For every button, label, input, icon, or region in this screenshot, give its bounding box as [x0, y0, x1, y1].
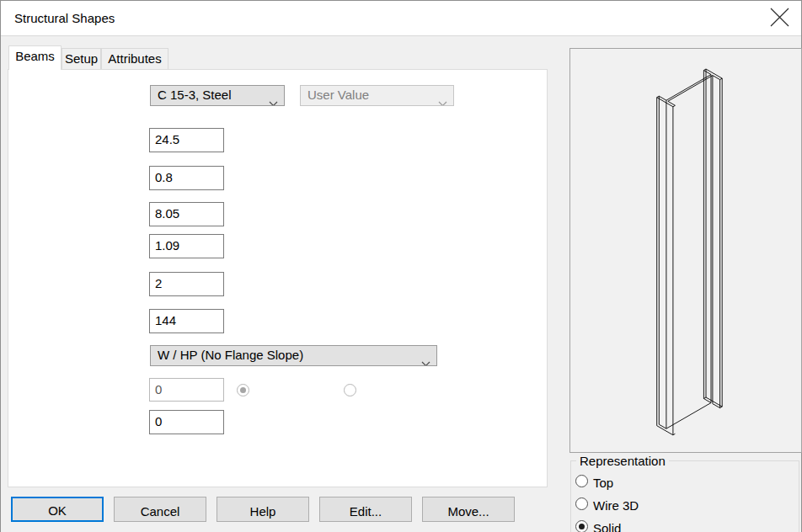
- type-dropdown[interactable]: W / HP (No Flange Slope): [150, 345, 437, 366]
- standard-secondary-dropdown: User Value: [300, 85, 454, 106]
- cancel-button[interactable]: Cancel: [114, 497, 206, 522]
- slope-input: [149, 378, 224, 402]
- distance-k-input[interactable]: [149, 272, 224, 296]
- beam-wireframe-drawing: [570, 49, 801, 452]
- beams-tab-page: [8, 69, 548, 487]
- corner-radius-input[interactable]: [149, 410, 224, 434]
- wire-3d-radio[interactable]: [575, 497, 588, 510]
- percent-radio: [344, 384, 356, 396]
- chevron-down-icon: [438, 93, 447, 106]
- move-button[interactable]: Move...: [422, 497, 515, 522]
- standard-dropdown[interactable]: C 15-3, Steel: [150, 85, 285, 106]
- window-title: Structural Shapes: [14, 11, 115, 25]
- ok-button[interactable]: OK: [11, 497, 104, 522]
- depth-input[interactable]: [149, 128, 224, 152]
- degrees-radio: [237, 384, 249, 396]
- edit-button[interactable]: Edit...: [319, 497, 412, 522]
- chevron-down-icon: [421, 354, 430, 366]
- web-thickness-input[interactable]: [149, 166, 224, 190]
- flange-width-input[interactable]: [149, 202, 224, 226]
- titlebar: Structural Shapes: [1, 1, 801, 36]
- solid-radio-label: Solid: [593, 521, 621, 532]
- flange-thickness-input[interactable]: [149, 234, 224, 258]
- tab-setup[interactable]: Setup: [61, 48, 101, 70]
- top-radio-label: Top: [593, 476, 613, 490]
- help-button[interactable]: Help: [217, 497, 309, 522]
- standard-dropdown-value: C 15-3, Steel: [158, 88, 232, 102]
- tab-attributes[interactable]: Attributes: [101, 48, 168, 70]
- close-icon: [770, 8, 789, 29]
- standard-secondary-dropdown-value: User Value: [307, 88, 369, 102]
- solid-radio[interactable]: [575, 520, 588, 532]
- wire-3d-radio-label: Wire 3D: [593, 498, 639, 513]
- representation-legend: Representation: [576, 454, 669, 468]
- beam-preview-panel: [569, 48, 802, 453]
- tab-beams[interactable]: Beams: [8, 45, 61, 70]
- close-button[interactable]: [762, 4, 796, 33]
- structural-shapes-dialog: Structural Shapes Beams Setup Attributes…: [0, 0, 802, 532]
- type-dropdown-value: W / HP (No Flange Slope): [158, 348, 303, 362]
- chevron-down-icon: [269, 93, 278, 106]
- length-input[interactable]: [149, 309, 224, 333]
- top-radio[interactable]: [575, 475, 588, 487]
